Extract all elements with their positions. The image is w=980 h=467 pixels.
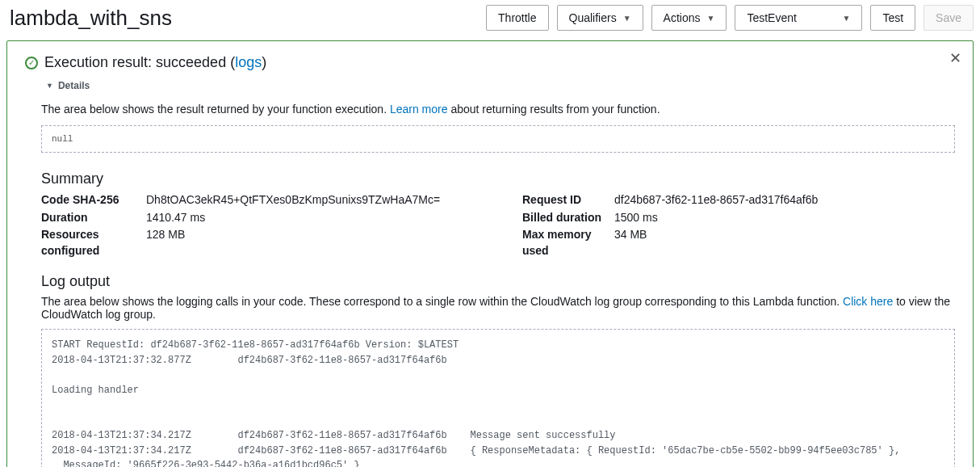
paren-close: ): [262, 54, 266, 70]
label-duration: Duration: [41, 210, 146, 226]
learn-more-link[interactable]: Learn more: [390, 103, 448, 116]
close-icon[interactable]: ✕: [949, 51, 961, 65]
save-button: Save: [923, 5, 974, 31]
value-request-id: df24b687-3f62-11e8-8657-ad317f64af6b: [614, 192, 955, 208]
logs-link[interactable]: logs: [235, 54, 262, 70]
log-output-box[interactable]: START RequestId: df24b687-3f62-11e8-8657…: [41, 329, 955, 467]
exec-result-prefix: Execution result:: [44, 54, 156, 70]
qualifiers-label: Qualifiers: [569, 11, 617, 24]
returned-description: The area below shows the result returned…: [41, 103, 955, 116]
triangle-down-icon: ▼: [46, 82, 53, 90]
log-description: The area below shows the logging calls i…: [41, 295, 955, 321]
label-billed: Billed duration: [522, 210, 614, 226]
label-resources: Resources configured: [41, 227, 146, 259]
test-label: Test: [882, 11, 903, 24]
value-duration: 1410.47 ms: [146, 210, 522, 226]
summary-grid: Code SHA-256 Duration Resources configur…: [41, 192, 955, 259]
actions-dropdown[interactable]: Actions▼: [651, 5, 727, 31]
value-billed: 1500 ms: [614, 210, 955, 226]
chevron-down-icon: ▼: [706, 14, 714, 23]
chevron-down-icon: ▼: [623, 14, 631, 23]
test-button[interactable]: Test: [870, 5, 915, 31]
header-bar: lambda_with_sns Throttle Qualifiers▼ Act…: [6, 5, 974, 31]
value-resources: 128 MB: [146, 227, 522, 243]
returned-value-box: null: [41, 125, 955, 153]
execution-result-panel: ✕ ✓ Execution result: succeeded (logs) ▼…: [6, 40, 974, 467]
function-title: lambda_with_sns: [6, 6, 172, 31]
value-code-sha: Dh8tOAC3ekR45+QtFTXes0BzKmpSunixs9TZwHaA…: [146, 192, 522, 208]
paren-open: (: [226, 54, 235, 70]
chevron-down-icon: ▼: [842, 14, 850, 23]
actions-label: Actions: [664, 11, 701, 24]
throttle-label: Throttle: [498, 11, 536, 24]
label-code-sha: Code SHA-256: [41, 192, 146, 208]
qualifiers-dropdown[interactable]: Qualifiers▼: [557, 5, 643, 31]
throttle-button[interactable]: Throttle: [486, 5, 548, 31]
log-output-heading: Log output: [41, 273, 955, 290]
details-toggle[interactable]: ▼ Details: [23, 80, 90, 91]
exec-result-status: succeeded: [156, 54, 226, 70]
summary-heading: Summary: [41, 170, 955, 187]
test-event-label: TestEvent: [747, 11, 796, 24]
save-label: Save: [936, 11, 961, 24]
details-label: Details: [58, 80, 90, 91]
click-here-link[interactable]: Click here: [843, 295, 893, 308]
label-request-id: Request ID: [522, 192, 614, 208]
returned-desc-after: about returning results from your functi…: [448, 103, 660, 116]
value-max-mem: 34 MB: [614, 227, 955, 243]
result-heading: ✓ Execution result: succeeded (logs): [23, 54, 957, 71]
log-desc-before: The area below shows the logging calls i…: [41, 295, 843, 308]
label-max-mem: Max memory used: [522, 227, 614, 259]
returned-desc-before: The area below shows the result returned…: [41, 103, 390, 116]
toolbar: Throttle Qualifiers▼ Actions▼ TestEvent▼…: [486, 5, 974, 31]
success-check-icon: ✓: [25, 57, 38, 69]
test-event-select[interactable]: TestEvent▼: [735, 5, 862, 31]
